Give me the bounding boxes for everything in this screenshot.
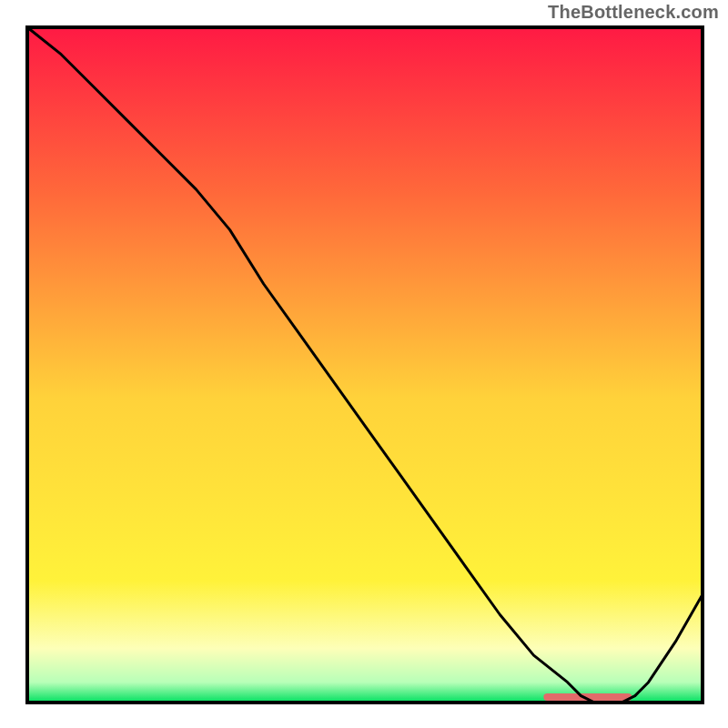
plot-area	[27, 27, 703, 703]
bottleneck-chart	[0, 0, 728, 728]
watermark-text: TheBottleneck.com	[548, 2, 719, 23]
